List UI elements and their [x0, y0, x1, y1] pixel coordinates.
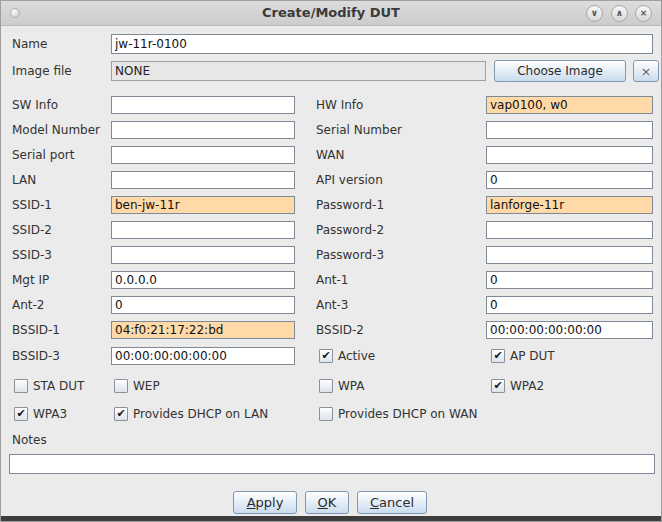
bssid2-input[interactable] [486, 321, 653, 339]
api-version-label: API version [316, 171, 383, 189]
sta-dut-checkbox-label: STA DUT [33, 379, 84, 393]
hw-info-input[interactable] [486, 96, 653, 114]
choose-image-button[interactable]: Choose Image [494, 60, 626, 82]
wpa2-checkbox-label: WPA2 [510, 379, 544, 393]
model-number-label: Model Number [12, 121, 100, 139]
chevron-up-icon: ∧ [616, 8, 623, 18]
serial-number-label: Serial Number [316, 121, 402, 139]
wpa-checkbox-label: WPA [338, 379, 365, 393]
mgt-ip-input[interactable] [111, 271, 295, 289]
bssid3-input[interactable] [111, 347, 295, 365]
ssid2-input[interactable] [111, 221, 295, 239]
bssid1-input[interactable] [111, 321, 295, 339]
name-label: Name [12, 35, 47, 53]
wpa-checkbox[interactable] [319, 379, 333, 393]
wpa2-checkbox[interactable]: ✔ [491, 379, 505, 393]
ssid2-label: SSID-2 [12, 221, 52, 239]
shade-button[interactable]: ∨ [586, 5, 603, 22]
wpa3-checkbox-label: WPA3 [33, 407, 67, 421]
ssid1-input[interactable] [111, 196, 295, 214]
sw-info-input[interactable] [111, 96, 295, 114]
titlebar[interactable]: Create/Modify DUT ∨ ∧ × [1, 1, 661, 26]
serial-number-input[interactable] [486, 121, 653, 139]
image-file-label: Image file [12, 62, 72, 80]
ant2-input[interactable] [111, 296, 295, 314]
api-version-input[interactable] [486, 171, 653, 189]
sw-info-label: SW Info [12, 96, 58, 114]
lan-input[interactable] [111, 171, 295, 189]
wep-checkbox-label: WEP [133, 379, 160, 393]
dhcp-wan-checkbox[interactable] [319, 407, 333, 421]
active-checkbox[interactable]: ✔ [319, 349, 333, 363]
active-checkbox-label: Active [338, 349, 375, 363]
maximize-button[interactable]: ∧ [611, 5, 628, 22]
password1-label: Password-1 [316, 196, 384, 214]
apply-button[interactable]: Apply [233, 491, 297, 514]
password1-input[interactable] [486, 196, 653, 214]
dhcp-lan-checkbox[interactable]: ✔ [114, 407, 128, 421]
ant1-input[interactable] [486, 271, 653, 289]
sta-dut-checkbox[interactable] [14, 379, 28, 393]
chevron-down-icon: ∨ [591, 8, 598, 18]
create-modify-dut-dialog: Create/Modify DUT ∨ ∧ × Name Image file … [0, 0, 662, 522]
ap-dut-checkbox-label: AP DUT [510, 349, 555, 363]
ok-button[interactable]: OK [305, 491, 349, 514]
bssid1-label: BSSID-1 [12, 321, 60, 339]
password3-label: Password-3 [316, 246, 384, 264]
ant2-label: Ant-2 [12, 296, 44, 314]
ant1-label: Ant-1 [316, 271, 348, 289]
ant3-input[interactable] [486, 296, 653, 314]
ssid3-input[interactable] [111, 246, 295, 264]
bssid2-label: BSSID-2 [316, 321, 364, 339]
ant3-label: Ant-3 [316, 296, 348, 314]
dhcp-lan-checkbox-label: Provides DHCP on LAN [133, 407, 268, 421]
dialog-title: Create/Modify DUT [1, 1, 661, 25]
serial-port-input[interactable] [111, 146, 295, 164]
ssid3-label: SSID-3 [12, 246, 52, 264]
model-number-input[interactable] [111, 121, 295, 139]
ssid1-label: SSID-1 [12, 196, 52, 214]
window-bottom-edge [1, 516, 661, 521]
notes-input[interactable] [9, 454, 655, 474]
image-file-input [111, 61, 486, 81]
password2-label: Password-2 [316, 221, 384, 239]
clear-image-button[interactable]: × [633, 60, 659, 82]
bssid3-label: BSSID-3 [12, 347, 60, 365]
dhcp-wan-checkbox-label: Provides DHCP on WAN [338, 407, 477, 421]
mgt-ip-label: Mgt IP [12, 271, 49, 289]
ap-dut-checkbox[interactable]: ✔ [491, 349, 505, 363]
close-button[interactable]: × [635, 5, 652, 22]
wpa3-checkbox[interactable]: ✔ [14, 407, 28, 421]
password2-input[interactable] [486, 221, 653, 239]
close-icon: × [640, 8, 648, 18]
cancel-button[interactable]: Cancel [357, 491, 427, 514]
hw-info-label: HW Info [316, 96, 363, 114]
wep-checkbox[interactable] [114, 379, 128, 393]
serial-port-label: Serial port [12, 146, 74, 164]
wan-input[interactable] [486, 146, 653, 164]
password3-input[interactable] [486, 246, 653, 264]
wan-label: WAN [316, 146, 344, 164]
lan-label: LAN [12, 171, 36, 189]
notes-label: Notes [12, 431, 47, 449]
name-input[interactable] [111, 34, 653, 54]
